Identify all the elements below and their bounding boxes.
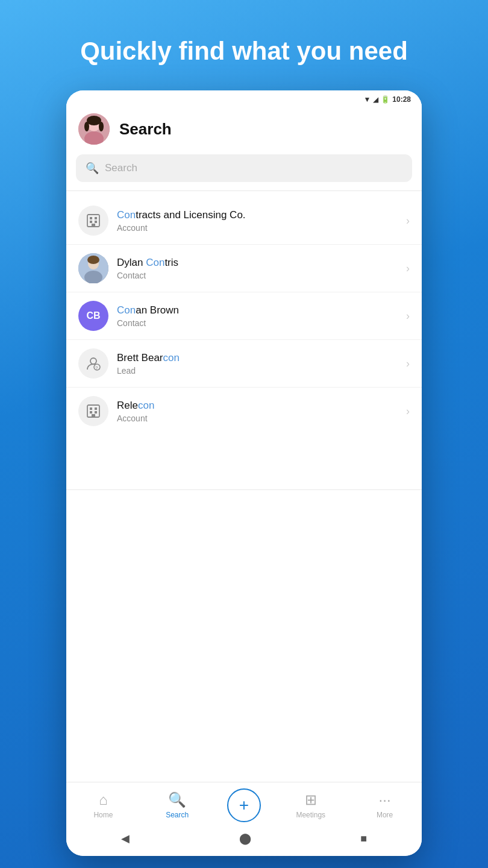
svg-rect-10 bbox=[95, 221, 97, 223]
svg-point-14 bbox=[84, 271, 102, 283]
item-name: Relecon bbox=[117, 400, 406, 412]
android-nav: ◀ ⬤ ■ bbox=[66, 825, 422, 856]
bottom-nav: ⌂ Home 🔍 Search + ⊞ Meetings ··· More bbox=[66, 782, 422, 825]
svg-rect-11 bbox=[92, 224, 95, 227]
content-spacer bbox=[66, 496, 422, 782]
meetings-label: Meetings bbox=[296, 811, 325, 819]
list-bottom-divider bbox=[66, 489, 422, 490]
search-bar[interactable]: 🔍 Search bbox=[76, 154, 412, 182]
signal-icon: ◢ bbox=[373, 95, 378, 104]
app-header: Search bbox=[66, 106, 422, 154]
svg-rect-24 bbox=[92, 414, 95, 417]
nav-more[interactable]: ··· More bbox=[361, 791, 409, 819]
svg-rect-7 bbox=[90, 217, 92, 219]
search-label: Search bbox=[166, 811, 189, 819]
item-content: Relecon Account bbox=[117, 400, 406, 423]
item-type: Lead bbox=[117, 366, 406, 376]
item-content: Brett Bearcon Lead bbox=[117, 352, 406, 376]
item-icon-building-1 bbox=[78, 206, 108, 236]
list-item[interactable]: ? Brett Bearcon Lead › bbox=[66, 340, 422, 388]
item-content: Dylan Contris Contact bbox=[117, 257, 406, 280]
more-icon: ··· bbox=[379, 791, 391, 808]
item-name: Brett Bearcon bbox=[117, 352, 406, 364]
list-item[interactable]: CB Conan Brown Contact › bbox=[66, 292, 422, 340]
search-icon: 🔍 bbox=[168, 791, 186, 808]
svg-point-5 bbox=[99, 122, 104, 131]
item-name: Conan Brown bbox=[117, 304, 406, 316]
svg-text:?: ? bbox=[95, 365, 98, 371]
home-icon: ⌂ bbox=[99, 791, 108, 808]
svg-point-16 bbox=[90, 358, 96, 364]
results-list: Contracts and Licensing Co. Account › Dy… bbox=[66, 197, 422, 483]
svg-point-3 bbox=[87, 116, 101, 125]
svg-point-4 bbox=[84, 122, 89, 131]
user-avatar[interactable] bbox=[78, 113, 110, 145]
item-name: Contracts and Licensing Co. bbox=[117, 209, 406, 221]
conan-avatar: CB bbox=[78, 301, 108, 331]
add-icon: + bbox=[239, 797, 249, 814]
item-type: Contact bbox=[117, 318, 406, 328]
recent-button[interactable]: ■ bbox=[360, 832, 367, 845]
svg-rect-23 bbox=[95, 411, 97, 414]
chevron-icon: › bbox=[406, 310, 410, 322]
search-bar-icon: 🔍 bbox=[86, 162, 99, 175]
item-content: Conan Brown Contact bbox=[117, 304, 406, 328]
page-headline: Quickly find what you need bbox=[56, 0, 432, 90]
item-content: Contracts and Licensing Co. Account bbox=[117, 209, 406, 233]
svg-point-15 bbox=[87, 256, 99, 264]
search-bar-placeholder: Search bbox=[105, 162, 137, 174]
chevron-icon: › bbox=[406, 357, 410, 370]
chevron-icon: › bbox=[406, 215, 410, 227]
relecon-icon bbox=[78, 396, 108, 426]
home-button[interactable]: ⬤ bbox=[239, 832, 251, 845]
wifi-icon: ▼ bbox=[363, 95, 371, 104]
svg-rect-21 bbox=[95, 407, 97, 410]
list-item[interactable]: Relecon Account › bbox=[66, 388, 422, 435]
list-divider bbox=[66, 190, 422, 191]
list-item[interactable]: Dylan Contris Contact › bbox=[66, 245, 422, 292]
item-type: Account bbox=[117, 223, 406, 233]
battery-icon: 🔋 bbox=[381, 95, 390, 104]
item-type: Account bbox=[117, 414, 406, 423]
nav-search[interactable]: 🔍 Search bbox=[153, 791, 201, 819]
chevron-icon: › bbox=[406, 262, 410, 275]
item-type: Contact bbox=[117, 271, 406, 280]
dylan-avatar bbox=[78, 253, 108, 283]
chevron-icon: › bbox=[406, 405, 410, 418]
item-name: Dylan Contris bbox=[117, 257, 406, 269]
status-time: 10:28 bbox=[392, 95, 411, 104]
home-label: Home bbox=[93, 811, 113, 819]
brett-avatar: ? bbox=[78, 348, 108, 379]
list-item[interactable]: Contracts and Licensing Co. Account › bbox=[66, 197, 422, 245]
svg-rect-8 bbox=[95, 217, 97, 219]
nav-home[interactable]: ⌂ Home bbox=[79, 791, 127, 819]
meetings-icon: ⊞ bbox=[305, 791, 317, 808]
back-button[interactable]: ◀ bbox=[121, 832, 130, 845]
nav-meetings[interactable]: ⊞ Meetings bbox=[287, 791, 335, 819]
nav-add-button[interactable]: + bbox=[227, 788, 261, 822]
svg-rect-20 bbox=[90, 407, 92, 410]
svg-rect-22 bbox=[90, 411, 92, 414]
svg-rect-9 bbox=[90, 221, 92, 223]
status-bar: ▼ ◢ 🔋 10:28 bbox=[66, 90, 422, 106]
phone-card: ▼ ◢ 🔋 10:28 Search � bbox=[66, 90, 422, 856]
page-title: Search bbox=[119, 120, 172, 139]
more-label: More bbox=[377, 811, 393, 819]
